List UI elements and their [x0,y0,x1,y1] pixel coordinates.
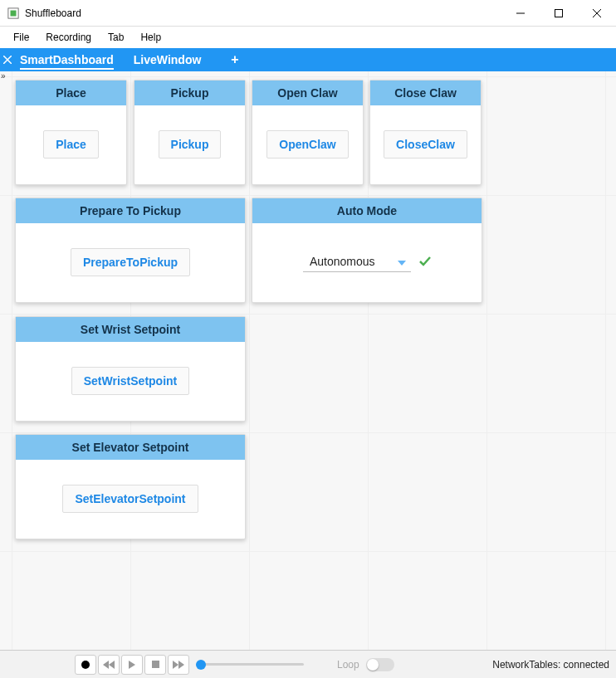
widget-pickup[interactable]: Pickup Pickup [134,80,246,185]
widget-title: Close Claw [370,80,481,105]
widget-title: Open Claw [252,80,363,105]
playback-slider[interactable] [196,663,304,666]
svg-marker-11 [109,661,115,669]
menu-tab[interactable]: Tab [100,30,132,45]
svg-rect-13 [152,661,159,668]
stop-button[interactable] [144,655,166,675]
menu-recording[interactable]: Recording [37,30,100,45]
network-status: NetworkTables: connected [492,659,609,671]
tab-bar: SmartDashboard LiveWindow + [0,48,616,71]
tab-close-icon[interactable] [0,48,17,71]
set-wrist-setpoint-button[interactable]: SetWristSetpoint [71,367,190,395]
menu-help[interactable]: Help [132,30,169,45]
tab-livewindow[interactable]: LiveWindow [130,48,218,71]
auto-mode-select[interactable]: Autonomous [303,251,411,272]
svg-marker-12 [129,661,135,669]
set-elevator-setpoint-button[interactable]: SetElevatorSetpoint [62,485,198,513]
close-button[interactable] [578,0,616,27]
widget-title: Prepare To Pickup [16,198,245,223]
widget-openclaw[interactable]: Open Claw OpenClaw [252,80,364,185]
minimize-button[interactable] [501,0,540,27]
widget-closeclaw[interactable]: Close Claw CloseClaw [369,80,482,185]
menubar: File Recording Tab Help [0,27,616,48]
svg-marker-8 [398,261,406,266]
toggle-thumb [367,659,379,671]
play-button[interactable] [121,655,143,675]
widget-title: Auto Mode [252,198,482,223]
auto-mode-selected: Autonomous [310,255,375,268]
widget-title: Pickup [134,80,245,105]
widget-place[interactable]: Place Place [15,80,127,185]
canvas-area: » Place Place Pickup Pickup Open Claw Op… [0,71,616,650]
app-icon [7,7,20,20]
tab-add-button[interactable]: + [218,48,252,71]
window-title: Shuffleboard [25,7,81,19]
svg-marker-15 [178,661,184,669]
widget-title: Place [16,80,126,105]
svg-rect-3 [555,9,563,17]
widget-auto-mode[interactable]: Auto Mode Autonomous [252,198,482,303]
chevron-down-icon [398,255,406,268]
svg-rect-1 [11,10,17,16]
slider-thumb[interactable] [196,660,206,670]
widget-set-wrist-setpoint[interactable]: Set Wrist Setpoint SetWristSetpoint [15,316,246,422]
tab-smartdashboard[interactable]: SmartDashboard [17,48,130,71]
chevron-right-icon[interactable]: » [1,71,6,80]
widget-set-elevator-setpoint[interactable]: Set Elevator Setpoint SetElevatorSetpoin… [15,434,246,539]
widget-title: Set Elevator Setpoint [16,435,245,460]
menu-file[interactable]: File [5,30,37,45]
tab-label: SmartDashboard [20,53,114,66]
maximize-button[interactable] [540,0,578,27]
loop-toggle[interactable] [366,658,394,671]
tab-label: LiveWindow [134,53,202,66]
check-icon [419,255,431,270]
pickup-button[interactable]: Pickup [159,130,222,159]
svg-marker-14 [173,661,178,669]
svg-marker-10 [103,661,109,669]
titlebar: Shuffleboard [0,0,616,27]
record-button[interactable] [75,655,96,675]
prepare-to-pickup-button[interactable]: PrepareToPickup [71,248,190,276]
svg-point-9 [81,661,90,669]
place-button[interactable]: Place [43,130,99,159]
fast-forward-button[interactable] [168,655,189,675]
rewind-button[interactable] [98,655,120,675]
widget-title: Set Wrist Setpoint [16,317,245,342]
widget-prepare-to-pickup[interactable]: Prepare To Pickup PrepareToPickup [15,198,246,303]
playback-bar: Loop NetworkTables: connected [0,650,616,678]
loop-label: Loop [337,659,359,671]
closeclaw-button[interactable]: CloseClaw [384,130,467,159]
openclaw-button[interactable]: OpenClaw [266,130,348,159]
